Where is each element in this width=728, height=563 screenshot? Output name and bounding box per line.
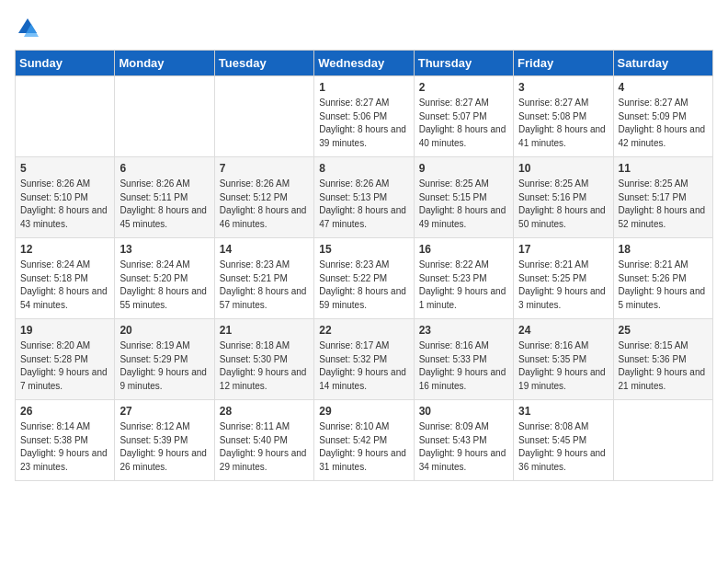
day-cell: 5Sunrise: 8:26 AM Sunset: 5:10 PM Daylig…	[16, 157, 115, 238]
day-info: Sunrise: 8:26 AM Sunset: 5:10 PM Dayligh…	[20, 178, 109, 231]
header-cell-thursday: Thursday	[414, 51, 513, 76]
day-cell: 11Sunrise: 8:25 AM Sunset: 5:17 PM Dayli…	[613, 157, 712, 238]
day-info: Sunrise: 8:26 AM Sunset: 5:12 PM Dayligh…	[220, 178, 309, 231]
week-row-3: 12Sunrise: 8:24 AM Sunset: 5:18 PM Dayli…	[16, 238, 713, 319]
day-info: Sunrise: 8:20 AM Sunset: 5:28 PM Dayligh…	[20, 339, 109, 393]
day-cell: 30Sunrise: 8:09 AM Sunset: 5:43 PM Dayli…	[414, 400, 513, 481]
day-info: Sunrise: 8:21 AM Sunset: 5:26 PM Dayligh…	[619, 259, 708, 312]
day-info: Sunrise: 8:18 AM Sunset: 5:30 PM Dayligh…	[220, 339, 309, 393]
day-info: Sunrise: 8:26 AM Sunset: 5:11 PM Dayligh…	[119, 178, 209, 231]
day-number: 26	[20, 405, 109, 418]
day-number: 14	[220, 243, 309, 256]
day-cell: 21Sunrise: 8:18 AM Sunset: 5:30 PM Dayli…	[214, 319, 313, 400]
day-number: 15	[319, 243, 408, 256]
day-cell: 20Sunrise: 8:19 AM Sunset: 5:29 PM Dayli…	[115, 319, 214, 400]
day-cell: 1Sunrise: 8:27 AM Sunset: 5:06 PM Daylig…	[314, 76, 414, 157]
day-number: 4	[619, 81, 708, 94]
day-info: Sunrise: 8:27 AM Sunset: 5:06 PM Dayligh…	[319, 97, 408, 150]
day-number: 22	[319, 324, 408, 337]
day-number: 1	[319, 81, 408, 94]
day-info: Sunrise: 8:25 AM Sunset: 5:16 PM Dayligh…	[518, 178, 608, 231]
day-cell: 25Sunrise: 8:15 AM Sunset: 5:36 PM Dayli…	[613, 319, 712, 400]
day-number: 20	[119, 324, 209, 337]
day-info: Sunrise: 8:14 AM Sunset: 5:38 PM Dayligh…	[20, 420, 109, 474]
calendar-body: 1Sunrise: 8:27 AM Sunset: 5:06 PM Daylig…	[16, 76, 713, 481]
header-cell-wednesday: Wednesday	[314, 51, 414, 76]
calendar-table: SundayMondayTuesdayWednesdayThursdayFrid…	[15, 50, 713, 481]
header-cell-sunday: Sunday	[16, 51, 115, 76]
day-cell: 10Sunrise: 8:25 AM Sunset: 5:16 PM Dayli…	[514, 157, 613, 238]
day-info: Sunrise: 8:16 AM Sunset: 5:33 PM Dayligh…	[419, 339, 508, 393]
day-info: Sunrise: 8:16 AM Sunset: 5:35 PM Dayligh…	[518, 339, 608, 393]
day-number: 7	[220, 162, 309, 175]
page-header	[15, 15, 713, 40]
day-cell: 8Sunrise: 8:26 AM Sunset: 5:13 PM Daylig…	[314, 157, 414, 238]
week-row-1: 1Sunrise: 8:27 AM Sunset: 5:06 PM Daylig…	[16, 76, 713, 157]
day-info: Sunrise: 8:22 AM Sunset: 5:23 PM Dayligh…	[419, 259, 508, 312]
day-info: Sunrise: 8:26 AM Sunset: 5:13 PM Dayligh…	[319, 178, 408, 231]
header-cell-tuesday: Tuesday	[214, 51, 313, 76]
day-number: 31	[518, 405, 608, 418]
logo	[15, 15, 44, 40]
day-number: 5	[20, 162, 109, 175]
day-info: Sunrise: 8:11 AM Sunset: 5:40 PM Dayligh…	[220, 420, 309, 474]
day-info: Sunrise: 8:23 AM Sunset: 5:22 PM Dayligh…	[319, 259, 408, 312]
day-cell: 18Sunrise: 8:21 AM Sunset: 5:26 PM Dayli…	[613, 238, 712, 319]
day-cell: 28Sunrise: 8:11 AM Sunset: 5:40 PM Dayli…	[214, 400, 313, 481]
day-number: 24	[518, 324, 608, 337]
day-number: 17	[518, 243, 608, 256]
day-cell: 23Sunrise: 8:16 AM Sunset: 5:33 PM Dayli…	[414, 319, 513, 400]
day-number: 19	[20, 324, 109, 337]
day-cell: 2Sunrise: 8:27 AM Sunset: 5:07 PM Daylig…	[414, 76, 513, 157]
day-cell: 9Sunrise: 8:25 AM Sunset: 5:15 PM Daylig…	[414, 157, 513, 238]
day-cell: 7Sunrise: 8:26 AM Sunset: 5:12 PM Daylig…	[214, 157, 313, 238]
day-info: Sunrise: 8:27 AM Sunset: 5:08 PM Dayligh…	[518, 97, 608, 150]
day-number: 11	[619, 162, 708, 175]
day-cell: 24Sunrise: 8:16 AM Sunset: 5:35 PM Dayli…	[514, 319, 613, 400]
day-number: 29	[319, 405, 408, 418]
day-cell: 15Sunrise: 8:23 AM Sunset: 5:22 PM Dayli…	[314, 238, 414, 319]
day-cell	[115, 76, 214, 157]
day-cell: 16Sunrise: 8:22 AM Sunset: 5:23 PM Dayli…	[414, 238, 513, 319]
day-cell: 6Sunrise: 8:26 AM Sunset: 5:11 PM Daylig…	[115, 157, 214, 238]
week-row-2: 5Sunrise: 8:26 AM Sunset: 5:10 PM Daylig…	[16, 157, 713, 238]
day-info: Sunrise: 8:15 AM Sunset: 5:36 PM Dayligh…	[619, 339, 708, 393]
day-number: 16	[419, 243, 508, 256]
day-info: Sunrise: 8:09 AM Sunset: 5:43 PM Dayligh…	[419, 420, 508, 474]
day-cell: 26Sunrise: 8:14 AM Sunset: 5:38 PM Dayli…	[16, 400, 115, 481]
day-info: Sunrise: 8:23 AM Sunset: 5:21 PM Dayligh…	[220, 259, 309, 312]
header-cell-monday: Monday	[115, 51, 214, 76]
day-info: Sunrise: 8:19 AM Sunset: 5:29 PM Dayligh…	[119, 339, 209, 393]
day-number: 28	[220, 405, 309, 418]
day-info: Sunrise: 8:10 AM Sunset: 5:42 PM Dayligh…	[319, 420, 408, 474]
day-number: 27	[119, 405, 209, 418]
day-cell: 4Sunrise: 8:27 AM Sunset: 5:09 PM Daylig…	[613, 76, 712, 157]
day-number: 21	[220, 324, 309, 337]
day-number: 25	[619, 324, 708, 337]
day-number: 30	[419, 405, 508, 418]
day-number: 12	[20, 243, 109, 256]
day-info: Sunrise: 8:24 AM Sunset: 5:20 PM Dayligh…	[119, 259, 209, 312]
day-info: Sunrise: 8:27 AM Sunset: 5:07 PM Dayligh…	[419, 97, 508, 150]
day-number: 9	[419, 162, 508, 175]
week-row-4: 19Sunrise: 8:20 AM Sunset: 5:28 PM Dayli…	[16, 319, 713, 400]
day-info: Sunrise: 8:17 AM Sunset: 5:32 PM Dayligh…	[319, 339, 408, 393]
day-info: Sunrise: 8:24 AM Sunset: 5:18 PM Dayligh…	[20, 259, 109, 312]
day-cell: 3Sunrise: 8:27 AM Sunset: 5:08 PM Daylig…	[514, 76, 613, 157]
header-cell-friday: Friday	[514, 51, 613, 76]
header-row: SundayMondayTuesdayWednesdayThursdayFrid…	[16, 51, 713, 76]
day-cell: 17Sunrise: 8:21 AM Sunset: 5:25 PM Dayli…	[514, 238, 613, 319]
day-info: Sunrise: 8:27 AM Sunset: 5:09 PM Dayligh…	[619, 97, 708, 150]
day-info: Sunrise: 8:25 AM Sunset: 5:17 PM Dayligh…	[619, 178, 708, 231]
day-number: 18	[619, 243, 708, 256]
day-cell: 31Sunrise: 8:08 AM Sunset: 5:45 PM Dayli…	[514, 400, 613, 481]
day-cell	[214, 76, 313, 157]
day-cell: 13Sunrise: 8:24 AM Sunset: 5:20 PM Dayli…	[115, 238, 214, 319]
day-info: Sunrise: 8:25 AM Sunset: 5:15 PM Dayligh…	[419, 178, 508, 231]
day-number: 3	[518, 81, 608, 94]
day-cell	[613, 400, 712, 481]
day-cell: 12Sunrise: 8:24 AM Sunset: 5:18 PM Dayli…	[16, 238, 115, 319]
day-number: 10	[518, 162, 608, 175]
logo-icon	[15, 15, 40, 40]
day-cell: 27Sunrise: 8:12 AM Sunset: 5:39 PM Dayli…	[115, 400, 214, 481]
